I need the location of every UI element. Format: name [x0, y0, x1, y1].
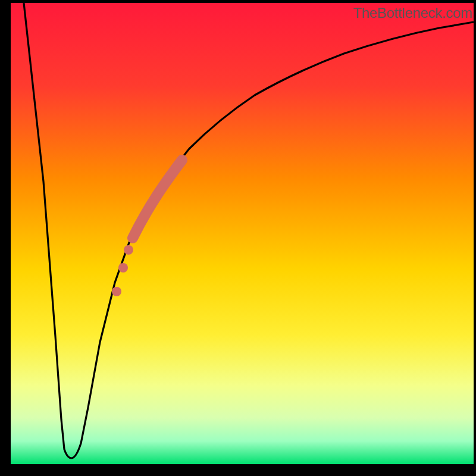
- highlight-dot: [118, 263, 128, 273]
- chart-container: TheBottleneck.com: [0, 0, 476, 476]
- plot-area: [11, 3, 474, 464]
- highlight-dot: [112, 287, 121, 296]
- chart-svg: [11, 3, 474, 464]
- gradient-background: [11, 3, 474, 464]
- highlight-dot: [124, 245, 133, 255]
- watermark-text: TheBottleneck.com: [353, 5, 472, 21]
